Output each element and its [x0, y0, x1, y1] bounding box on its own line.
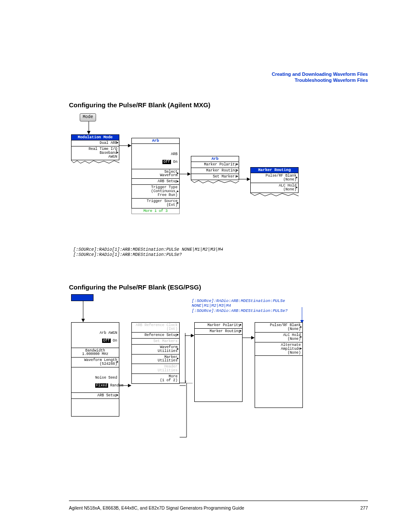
s2c4-i1: Pulse/RF Blank (None)▶ — [255, 322, 303, 333]
s2c2-i6: Header Utilities — [131, 364, 180, 374]
svg-marker-3 — [128, 144, 131, 147]
col1: Modulation Mode Dual ARB▶ Real Time I/Q … — [71, 134, 119, 164]
scpi1-line1: [:SOURce]:RADio[1]:ARB:MDEStination:PULS… — [73, 247, 372, 252]
s2c2-i3: Set Markers — [131, 339, 180, 345]
header-line2: Troubleshooting Waveform Files — [272, 77, 368, 83]
col3-i3: Set Markers▶ — [191, 174, 239, 180]
svg-marker-19 — [191, 334, 194, 337]
s2c4-i3: Alternate Amplitude (None)▶ — [255, 342, 303, 356]
scpi2-line1: [:SOURce]:RADio:ARB:MDEStination:PULSe N… — [192, 299, 304, 308]
s2c1-i3: Waveform Length (524288)▶ — [71, 358, 119, 367]
s2c2-i5: Marker Utilities▶ — [131, 355, 180, 364]
section1-title: Configuring the Pulse/RF Blank (Agilent … — [69, 101, 372, 109]
s2c2-i2: Reference Setup▶ — [131, 333, 180, 339]
col3-hdr: Arb — [191, 156, 239, 162]
col1-hdr: Modulation Mode — [71, 134, 119, 140]
scpi1: [:SOURce]:RADio[1]:ARB:MDEStination:PULS… — [73, 247, 372, 258]
header-line1: Creating and Downloading Waveform Files — [272, 71, 368, 77]
s2c1-i4: Noise Seed Fixed Random — [71, 367, 119, 393]
col2-ftr: More 1 of 3 — [131, 208, 180, 214]
s2c3-i1: Marker Polarity▶ — [194, 322, 243, 329]
col3-i1: Marker Polarity▶ — [191, 162, 239, 168]
svg-marker-11 — [81, 319, 85, 322]
s2-col1: Arb AWGN Off On Bandwidth 1.000000 MHz W… — [71, 322, 119, 417]
s2c1-i5: ARB Setup▶ — [71, 393, 119, 399]
col3: Arb Marker Polarity▶ Marker Routing▶ Set… — [191, 156, 239, 184]
col2: Arb ARB Off On Select Waveform▶ ARB Setu… — [131, 138, 180, 214]
footer-right: 277 — [360, 505, 368, 510]
col1-i1: Dual ARB▶ — [71, 140, 119, 146]
page-footer: Agilent N518xA, E8663B, E44x8C, and E82x… — [69, 501, 368, 510]
col2-i4: Trigger Type (Continuous, Free Run)▶ — [131, 185, 180, 199]
col4-hdr: Harker Routing — [250, 167, 299, 173]
s2c1-i2: Bandwidth 1.000000 MHz — [71, 348, 119, 358]
col4-i2: ALC Hold (None)▶ — [250, 183, 299, 193]
section2-title: Configuring the Pulse/RF Blank (ESG/PSG) — [69, 283, 372, 291]
col2-i3: ARB Setup▶ — [131, 179, 180, 185]
scpi2: [:SOURce]:RADio:ARB:MDEStination:PULSe N… — [192, 299, 304, 313]
col2-i5: Trigger Source (Ext)▶ — [131, 199, 180, 208]
svg-marker-1 — [87, 131, 90, 134]
scpi2-line2: [:SOURce]:RADio:ARB:MDEStination:PULSe? — [192, 308, 304, 313]
s2c1-i1: Arb AWGN Off On — [71, 322, 119, 348]
s2c2-i1: ARB Reference Clock (Int) — [131, 322, 180, 333]
col2-i2: Select Waveform▶ — [131, 169, 180, 179]
footer-left: Agilent N518xA, E8663B, E44x8C, and E82x… — [69, 505, 244, 510]
col4-i1: Pulse/RF Blank (None)▶ — [250, 173, 299, 183]
s2c2-i4: Waveform Utilities▶ — [131, 345, 180, 355]
s2-col4: Pulse/RF Blank (None)▶ ALC Hold (None)▶ … — [255, 322, 303, 408]
svg-marker-22 — [251, 336, 255, 339]
col1-i2: Real Time I/Q Baseband AWGN▶ — [71, 146, 119, 160]
scpi1-line2: [:SOURce]:RADio[1]:ARB:MDEStination:PULS… — [73, 252, 372, 258]
s2-col3: Marker Polarity▶ Marker Routing▶ — [194, 322, 243, 402]
s2-col2: ARB Reference Clock (Int) Reference Setu… — [131, 322, 180, 384]
diagram-esg: [:SOURce]:RADio:ARB:MDEStination:PULSe N… — [71, 294, 304, 436]
svg-marker-13 — [128, 384, 131, 387]
col2-hdr: Arb — [131, 138, 180, 144]
col3-i2: Marker Routing▶ — [191, 168, 239, 174]
page-header: Creating and Downloading Waveform Files … — [272, 71, 368, 84]
col4: Harker Routing Pulse/RF Blank (None)▶ AL… — [250, 167, 299, 196]
s2c3-i2: Marker Routing▶ — [194, 329, 243, 335]
svg-marker-7 — [247, 177, 250, 181]
s2c4-i2: ALC Hold (None)▶ — [255, 333, 303, 342]
col2-i1: ARB Off On — [131, 144, 180, 169]
diagram-mxg: Mode Modulation Mode Dual ARB▶ Real Time… — [71, 112, 304, 241]
mode-button: Mode — [80, 113, 96, 121]
svg-marker-5 — [187, 172, 191, 176]
s2c2-ftr: More (1 of 2) — [131, 374, 180, 384]
